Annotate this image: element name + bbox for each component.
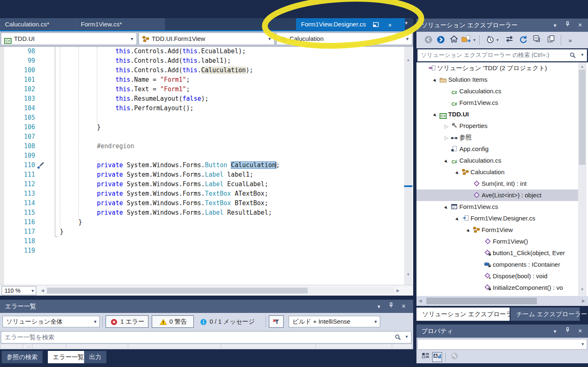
code-line-102[interactable]: 102this.Text = "Form1"; bbox=[0, 85, 404, 94]
close-icon[interactable]: × bbox=[575, 324, 586, 338]
scroll-right-icon[interactable]: ▶ bbox=[395, 287, 401, 294]
tree-vertical-scrollbar[interactable]: ▲ ▼ bbox=[578, 62, 586, 296]
tree-item[interactable]: Ave(List<int>) : object bbox=[416, 189, 578, 201]
categorized-button[interactable] bbox=[421, 352, 430, 362]
code-line-107[interactable]: 107 bbox=[0, 132, 404, 142]
window-position-icon[interactable]: ▾ bbox=[550, 325, 560, 338]
code-line-119[interactable]: 119 bbox=[0, 246, 404, 256]
scope-dropdown[interactable]: ソリューション全体 ▾ bbox=[2, 316, 100, 327]
code-line-116[interactable]: 116} bbox=[0, 218, 404, 227]
tree-item[interactable]: C#Caluculation.cs bbox=[416, 85, 578, 97]
tab-output[interactable]: 出力 bbox=[84, 351, 106, 363]
tree-item[interactable]: ▶Solution Items bbox=[416, 74, 578, 85]
scroll-right-icon[interactable]: ▶ bbox=[581, 297, 586, 305]
code-editor[interactable]: 98this.Controls.Add(this.EcualLabel);99t… bbox=[0, 46, 413, 285]
close-tab-icon[interactable]: × bbox=[386, 19, 394, 31]
search-icon[interactable] bbox=[569, 52, 576, 60]
search-icon[interactable] bbox=[395, 334, 401, 342]
tree-item[interactable]: ★Dispose(bool) : void bbox=[416, 270, 578, 282]
editor-horizontal-scrollbar[interactable] bbox=[46, 287, 394, 294]
tree-item[interactable]: ▷参照 bbox=[416, 132, 578, 143]
close-icon[interactable]: × bbox=[575, 19, 586, 32]
refresh-button[interactable] bbox=[518, 35, 529, 46]
tree-item[interactable]: ▷Properties bbox=[416, 120, 578, 132]
close-icon[interactable]: × bbox=[398, 300, 409, 313]
source-dropdown[interactable]: ビルド + IntelliSense ▾ bbox=[289, 316, 380, 327]
tree-item[interactable]: Form1View() bbox=[416, 236, 578, 247]
scrollbar-thumb[interactable] bbox=[579, 70, 586, 165]
solution-explorer-search-box[interactable]: ▾ bbox=[417, 49, 587, 62]
member-dropdown[interactable]: Caluculation ▾ bbox=[276, 33, 412, 45]
preview-selected-items-button[interactable] bbox=[546, 35, 557, 46]
scrollbar-thumb[interactable] bbox=[47, 288, 308, 294]
code-line-99[interactable]: 99this.Controls.Add(this.label1); bbox=[0, 56, 404, 66]
code-line-115[interactable]: 115private System.Windows.Forms.Label Re… bbox=[0, 208, 404, 218]
tab-form1view-cs[interactable]: Form1View.cs* bbox=[75, 18, 165, 30]
keep-open-icon[interactable] bbox=[372, 19, 380, 31]
tree-item[interactable]: ▶C#TDD.UI bbox=[416, 109, 578, 120]
expander-collapsed-icon[interactable]: ▷ bbox=[443, 121, 450, 132]
tab-solution-explorer[interactable]: ソリューション エクスプローラー bbox=[416, 308, 510, 321]
tree-horizontal-scrollbar[interactable]: ◀ ▶ bbox=[416, 296, 588, 306]
properties-object-dropdown[interactable]: ▾ bbox=[417, 339, 587, 350]
alphabetical-button[interactable]: A bbox=[432, 352, 442, 362]
warnings-filter-button[interactable]: 0 警告 bbox=[152, 315, 194, 328]
code-line-103[interactable]: 103this.ResumeLayout(false); bbox=[0, 94, 404, 104]
tree-item[interactable]: ▶Caluculation bbox=[416, 166, 578, 178]
scroll-left-icon[interactable]: ◀ bbox=[417, 297, 423, 305]
code-line-109[interactable]: 109 bbox=[0, 151, 404, 161]
tab-form1view-designer-cs[interactable]: Form1View.Designer.cs × bbox=[296, 18, 405, 30]
collapse-all-button[interactable] bbox=[532, 35, 543, 46]
pin-icon[interactable] bbox=[386, 300, 397, 313]
pin-icon[interactable] bbox=[562, 325, 573, 338]
scroll-up-icon[interactable]: ▲ bbox=[578, 63, 586, 70]
tree-item[interactable]: App.config bbox=[416, 143, 578, 155]
tree-item[interactable]: ▶Form1View bbox=[416, 224, 578, 236]
code-line-101[interactable]: 101this.Name = "Form1"; bbox=[0, 75, 404, 85]
code-line-100[interactable]: 100this.Controls.Add(this.Caluculation); bbox=[0, 66, 404, 75]
scrollbar-thumb[interactable] bbox=[426, 298, 537, 304]
pin-icon[interactable] bbox=[562, 19, 573, 32]
home-button[interactable] bbox=[449, 35, 459, 46]
tree-item[interactable]: button1_Click(object, Ever bbox=[416, 247, 578, 259]
tree-item[interactable]: ▶Form1View.cs bbox=[416, 201, 578, 213]
zoom-level-dropdown[interactable]: 110 % ▾ bbox=[2, 286, 36, 295]
tree-item[interactable]: InitializeComponent() : vo bbox=[416, 282, 578, 294]
code-line-98[interactable]: 98this.Controls.Add(this.EcualLabel); bbox=[0, 47, 404, 56]
error-search-input[interactable] bbox=[1, 331, 381, 342]
code-line-113[interactable]: 113private System.Windows.Forms.TextBox … bbox=[0, 189, 404, 199]
code-line-111[interactable]: 111private System.Windows.Forms.Label la… bbox=[0, 170, 404, 180]
chevron-down-icon[interactable]: ▾ bbox=[496, 38, 499, 42]
scroll-down-icon[interactable]: ▼ bbox=[578, 286, 586, 293]
solution-explorer-search-input[interactable] bbox=[418, 50, 562, 60]
expander-collapsed-icon[interactable]: ▷ bbox=[443, 132, 450, 143]
code-line-108[interactable]: 108#endregion bbox=[0, 142, 404, 151]
code-line-104[interactable]: 104this.PerformLayout(); bbox=[0, 104, 404, 113]
tree-item[interactable]: Sum(int, int) : int bbox=[416, 178, 578, 189]
window-position-icon[interactable]: ▾ bbox=[374, 300, 384, 313]
scroll-down-icon[interactable]: ▼ bbox=[404, 271, 412, 278]
filter-button[interactable] bbox=[269, 315, 284, 328]
tab-error-list[interactable]: エラー一覧 bbox=[48, 351, 89, 363]
scroll-up-icon[interactable]: ▲ bbox=[404, 57, 412, 63]
code-line-114[interactable]: 114private System.Windows.Forms.TextBox … bbox=[0, 199, 404, 208]
tab-find-references[interactable]: 参照の検索 bbox=[2, 351, 42, 363]
code-line-117[interactable]: 117} bbox=[0, 227, 404, 237]
tree-item[interactable]: C#Form1View.cs bbox=[416, 97, 578, 109]
tree-item[interactable]: ∞ソリューション 'TDD' (2 プロジェクト) bbox=[416, 62, 578, 74]
project-dropdown[interactable]: C# TDD.UI ▾ bbox=[1, 33, 137, 45]
tree-item[interactable]: components : IContainer bbox=[416, 259, 578, 270]
code-line-105[interactable]: 105 bbox=[0, 113, 404, 123]
editor-vertical-scrollbar[interactable]: ▲ ▼ bbox=[404, 47, 412, 285]
scroll-left-icon[interactable]: ◀ bbox=[40, 287, 45, 294]
type-dropdown[interactable]: TDD.UI.Form1View ▾ bbox=[139, 33, 275, 45]
errors-filter-button[interactable]: 1 エラー bbox=[106, 315, 148, 328]
tab-caluculation-cs[interactable]: Caluculation.cs* bbox=[0, 18, 75, 30]
code-line-112[interactable]: 112private System.Windows.Forms.Label Ec… bbox=[0, 180, 404, 189]
code-line-106[interactable]: 106} bbox=[0, 123, 404, 132]
toolbar-overflow-icon[interactable]: » bbox=[565, 35, 576, 46]
tab-list-chevron-icon[interactable]: ▾ bbox=[405, 20, 408, 26]
chevron-down-icon[interactable]: ▾ bbox=[473, 38, 475, 42]
tree-item[interactable]: ▶Form1View.Designer.cs bbox=[416, 213, 578, 224]
tab-team-explorer[interactable]: チーム エクスプローラー bbox=[510, 308, 580, 321]
